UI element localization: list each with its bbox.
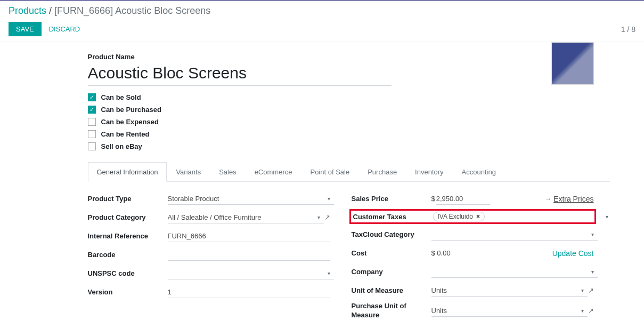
tag-customer-tax[interactable]: IVA Excluido ×	[433, 212, 485, 221]
label-customer-taxes: Customer Taxes	[353, 213, 433, 221]
label-taxcloud-category: TaxCloud Category	[352, 230, 431, 238]
input-version[interactable]	[168, 286, 330, 298]
checkbox-label-rented[interactable]: Can be Rented	[101, 130, 150, 138]
tab-content-general: Product Type ▾ Product Category ▾ ↗ Inte…	[88, 191, 610, 320]
link-extra-prices[interactable]: Extra Prices	[553, 195, 593, 203]
product-name-input[interactable]	[88, 63, 392, 86]
link-update-cost[interactable]: Update Cost	[552, 249, 594, 258]
label-purchase-uom: Purchase Unit of Measure	[352, 302, 431, 320]
tab-point-of-sale[interactable]: Point of Sale	[301, 162, 358, 181]
checkbox-can-be-rented[interactable]	[88, 130, 96, 138]
label-unspsc: UNSPSC code	[88, 269, 168, 277]
tab-bar: General Information Variants Sales eComm…	[88, 162, 610, 182]
tab-inventory[interactable]: Inventory	[406, 162, 452, 181]
input-product-type[interactable]	[168, 193, 334, 205]
input-taxcloud-category[interactable]	[431, 229, 598, 241]
cost-value: $ 0.00	[431, 249, 451, 257]
breadcrumb: Products / [FURN_6666] Acoustic Bloc Scr…	[0, 1, 644, 19]
form-sheet: Product Name ✓ Can be Sold ✓ Can be Purc…	[35, 42, 610, 320]
checkbox-label-ebay[interactable]: Sell on eBay	[101, 142, 142, 150]
input-purchase-uom[interactable]	[431, 305, 588, 317]
tab-ecommerce[interactable]: eCommerce	[246, 162, 301, 181]
right-column: Sales Price $ → Extra Prices Customer Ta…	[352, 191, 594, 320]
label-cost: Cost	[352, 249, 431, 257]
checkbox-can-be-expensed[interactable]	[88, 118, 96, 126]
tab-general-information[interactable]: General Information	[88, 162, 167, 182]
checkbox-can-be-purchased[interactable]: ✓	[88, 106, 96, 114]
checkbox-can-be-sold[interactable]: ✓	[88, 93, 96, 101]
external-link-icon[interactable]: ↗	[588, 307, 594, 315]
tab-purchase[interactable]: Purchase	[358, 162, 406, 181]
checkbox-sell-on-ebay[interactable]	[88, 142, 96, 150]
toolbar: SAVE DISCARD 1 / 8	[0, 19, 644, 42]
tab-variants[interactable]: Variants	[167, 162, 210, 181]
checkbox-list: ✓ Can be Sold ✓ Can be Purchased Can be …	[88, 93, 610, 150]
input-barcode[interactable]	[168, 249, 330, 261]
label-sales-price: Sales Price	[352, 195, 431, 203]
input-internal-reference[interactable]	[168, 230, 330, 242]
product-name-label: Product Name	[88, 53, 610, 61]
caret-icon: ▾	[606, 214, 608, 220]
label-barcode: Barcode	[88, 251, 168, 259]
sales-price-currency: $	[431, 195, 435, 203]
record-pager[interactable]: 1 / 8	[621, 25, 635, 34]
tag-remove-icon[interactable]: ×	[476, 213, 480, 220]
label-company: Company	[352, 268, 431, 276]
discard-button[interactable]: DISCARD	[42, 22, 88, 36]
tab-accounting[interactable]: Accounting	[453, 162, 505, 181]
checkbox-label-expensed[interactable]: Can be Expensed	[101, 118, 159, 126]
arrow-right-icon: →	[544, 195, 551, 203]
label-uom: Unit of Measure	[352, 286, 431, 294]
input-unspsc[interactable]	[168, 268, 334, 279]
checkbox-label-sold[interactable]: Can be Sold	[101, 93, 141, 101]
save-button[interactable]: SAVE	[9, 22, 42, 36]
label-product-category: Product Category	[88, 213, 168, 221]
input-uom[interactable]	[431, 285, 588, 297]
breadcrumb-separator: /	[49, 5, 54, 16]
breadcrumb-current: [FURN_6666] Acoustic Bloc Screens	[54, 5, 210, 16]
label-version: Version	[88, 288, 168, 296]
external-link-icon[interactable]: ↗	[324, 213, 330, 221]
label-internal-reference: Internal Reference	[88, 232, 168, 240]
input-company[interactable]	[431, 266, 598, 278]
product-image[interactable]	[551, 42, 594, 85]
input-product-category[interactable]	[168, 212, 324, 223]
label-product-type: Product Type	[88, 195, 168, 203]
left-column: Product Type ▾ Product Category ▾ ↗ Inte…	[88, 191, 330, 320]
checkbox-label-purchased[interactable]: Can be Purchased	[101, 106, 161, 114]
input-sales-price[interactable]	[436, 193, 491, 205]
tag-customer-tax-label: IVA Excluido	[438, 213, 473, 220]
breadcrumb-root-link[interactable]: Products	[9, 5, 46, 16]
external-link-icon[interactable]: ↗	[588, 286, 594, 294]
tab-sales[interactable]: Sales	[210, 162, 246, 181]
